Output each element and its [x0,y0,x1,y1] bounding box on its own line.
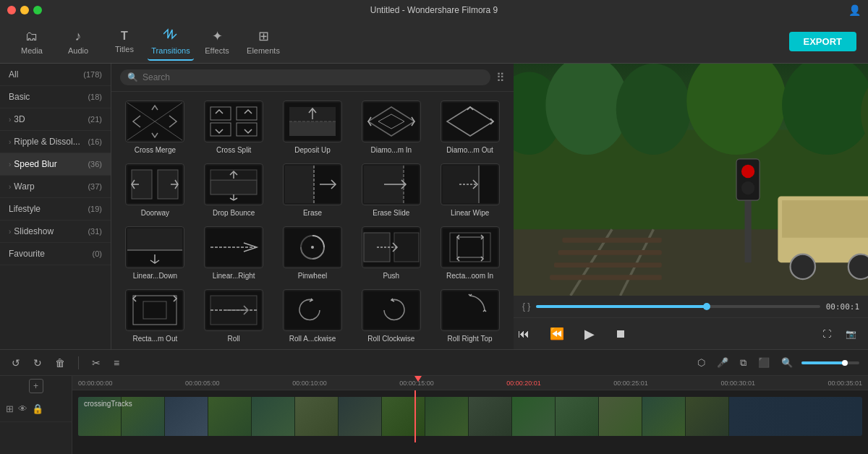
progress-fill [536,305,706,308]
transition-pinwheel[interactable]: Pinwheel [275,223,351,283]
svg-rect-67 [558,250,662,255]
redo-button[interactable]: ↻ [30,356,45,370]
track-lock-icon[interactable]: 🔒 [32,403,43,414]
transition-label: Pinwheel [298,271,328,280]
thumb-5 [252,397,295,436]
preview-tools: ⛶ 📷 [818,326,868,342]
fullscreen-button[interactable]: ⛶ [818,326,835,342]
stop-button[interactable]: ⏹ [610,325,631,343]
transition-label: Diamo...m In [370,145,412,155]
toolbar-media[interactable]: 🗂 Media [9,23,55,61]
transition-linear-right[interactable]: Linear...Right [196,223,272,283]
sidebar-item-warp[interactable]: › Warp (37) [0,176,111,198]
transition-erase-slide[interactable]: Erase Slide [353,160,429,220]
ruler-mark: 00:00:00:00 [78,380,113,387]
grid-view-icon[interactable]: ⠿ [496,71,505,85]
split-button[interactable]: ⧉ [737,356,749,370]
camera-button[interactable]: 📷 [841,326,861,342]
sidebar-item-favourite[interactable]: Favourite (0) [0,243,111,265]
track-eye-icon[interactable]: 👁 [18,403,27,414]
mark-in-button[interactable]: ⬡ [694,356,708,369]
mic-button[interactable]: 🎤 [714,356,731,369]
transition-thumb [441,226,500,268]
track-area: crossingTracks [72,390,868,442]
sidebar-item-slideshow[interactable]: › Slideshow (31) [0,220,111,243]
transition-cross-split[interactable]: Cross Split [196,98,272,158]
transition-erase[interactable]: Erase [275,160,351,220]
transition-cross-merge[interactable]: Cross Merge [117,98,193,158]
zoom-handle[interactable] [842,360,848,366]
video-preview [514,64,868,296]
transition-push[interactable]: Push [353,223,429,283]
delete-button[interactable]: 🗑 [52,356,68,370]
toolbar-elements[interactable]: ⊞ Elements [240,23,286,61]
zoom-out-button[interactable]: 🔍 [778,356,796,369]
sidebar-item-speed-blur[interactable]: › Speed Blur (36) [0,153,111,176]
sidebar-item-ripple[interactable]: › Ripple & Dissol... (16) [0,131,111,153]
undo-button[interactable]: ↺ [9,356,23,370]
transition-drop-bounce[interactable]: Drop Bounce [196,160,272,220]
svg-rect-54 [443,291,498,329]
transition-rect-zoom-out[interactable]: Recta...m Out [117,286,193,346]
speed-blur-count: (36) [88,160,102,168]
transition-diamond-in[interactable]: Diamo...m In [353,98,429,158]
toolbar-titles[interactable]: T Titles [101,23,148,61]
zoom-slider[interactable] [801,361,859,364]
transition-label: Roll [228,334,240,343]
sidebar-item-3d[interactable]: › 3D (21) [0,108,111,131]
adjust-button[interactable]: ≡ [111,356,122,370]
sidebar-item-lifestyle[interactable]: Lifestyle (19) [0,198,111,220]
chevron-icon: › [9,138,11,146]
transition-linear-down[interactable]: Linear...Down [117,223,193,283]
cut-button[interactable]: ✂ [89,356,103,370]
add-track-button[interactable]: + [29,379,43,393]
sidebar-item-all[interactable]: All (178) [0,64,111,86]
progress-handle[interactable] [703,303,710,310]
transition-roll-anti[interactable]: Roll A...ckwise [275,286,351,346]
skip-back-button[interactable]: ⏮ [514,325,534,343]
transition-diamond-out[interactable]: Diamo...m Out [432,98,508,158]
favourite-label: Favourite [9,249,45,259]
minimize-button[interactable] [20,6,29,14]
transition-roll[interactable]: Roll [196,286,272,346]
transition-thumb [362,163,421,205]
export-button[interactable]: EXPORT [789,32,856,51]
search-input[interactable] [142,72,483,82]
toolbar-transitions[interactable]: Transitions [148,23,194,61]
transition-label: Recta...m Out [133,334,178,343]
captions-button[interactable]: ⬛ [755,356,773,369]
transition-deposit-up[interactable]: Deposit Up [275,98,351,158]
maximize-button[interactable] [33,6,42,14]
step-back-button[interactable]: ⏪ [545,324,569,343]
transitions-grid: Cross Merge Cross Split Deposit Up Diamo… [111,92,514,349]
3d-label: 3D [14,114,25,124]
track-label: crossingTracks [84,400,132,408]
play-button[interactable]: ▶ [580,323,599,345]
sidebar-item-basic[interactable]: Basic (18) [0,86,111,108]
transition-thumb [362,289,421,331]
svg-rect-10 [289,121,336,136]
transition-rect-zoom-in[interactable]: Recta...oom In [432,223,508,283]
toolbar-effects[interactable]: ✦ Effects [194,23,240,61]
transition-linear-wipe[interactable]: Linear Wipe [432,160,508,220]
transition-roll-rt[interactable]: Roll Right Top [432,286,508,346]
transition-doorway[interactable]: Doorway [117,160,193,220]
transition-label: Push [383,271,399,280]
transition-label: Recta...oom In [446,271,493,280]
track-grid-icon[interactable]: ⊞ [6,403,14,414]
video-track[interactable]: crossingTracks [78,397,862,436]
transition-thumb [125,226,184,268]
ruler-mark: 00:00:10:00 [292,380,327,387]
transition-roll-cw[interactable]: Roll Clockwise [353,286,429,346]
close-button[interactable] [7,6,16,14]
progress-bar[interactable] [536,305,820,308]
timeline-content: + ⊞ 👁 🔒 00:00:00:00 00:00:05:00 00:00:10… [0,376,868,454]
lifestyle-count: (19) [88,205,102,213]
svg-rect-75 [782,200,868,238]
window-title: Untitled - Wondershare Filmora 9 [370,5,498,15]
transition-label: Diamo...m Out [446,145,493,155]
progress-bar-container[interactable] [536,305,820,308]
thumb-8 [382,397,425,436]
search-input-wrap[interactable]: 🔍 [120,69,490,85]
toolbar-audio[interactable]: ♪ Audio [55,23,101,61]
